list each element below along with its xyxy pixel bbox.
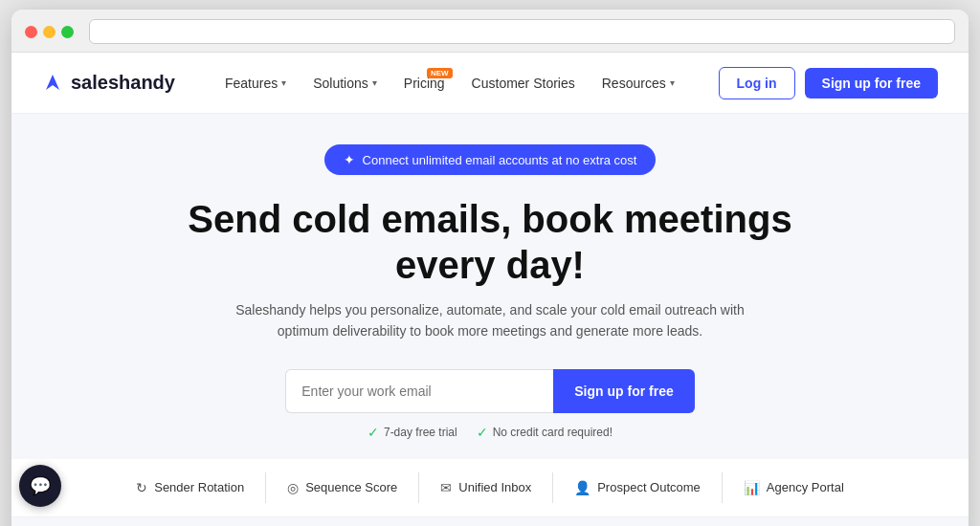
hero-subtitle: Saleshandy helps you personalize, automa… [222, 299, 758, 342]
page-content: saleshandy Features ▾ Solutions ▾ Pricin… [11, 53, 969, 526]
logo[interactable]: saleshandy [42, 72, 175, 94]
check-icon: ✓ [477, 425, 488, 440]
login-button[interactable]: Log in [719, 67, 795, 99]
chevron-icon: ▾ [281, 77, 286, 88]
email-input[interactable] [285, 369, 553, 413]
tab-prospect-outcome[interactable]: 👤 Prospect Outcome [553, 472, 723, 503]
maximize-button[interactable] [61, 26, 74, 38]
navbar: saleshandy Features ▾ Solutions ▾ Pricin… [11, 53, 969, 114]
signup-nav-button[interactable]: Sign up for free [805, 68, 938, 99]
svg-marker-0 [46, 75, 59, 90]
nav-actions: Log in Sign up for free [719, 67, 938, 99]
feature-tabs: ↻ Sender Rotation ◎ Sequence Score ✉ Uni… [11, 459, 969, 517]
logo-text: saleshandy [71, 72, 175, 94]
chevron-icon: ▾ [670, 77, 675, 88]
nav-item-resources[interactable]: Resources ▾ [590, 70, 686, 97]
spark-icon: ✦ [344, 152, 355, 167]
rotation-icon: ↻ [136, 480, 147, 495]
hero-section: ✦ Connect unlimited email accounts at no… [11, 114, 969, 459]
hero-title: Send cold emails, book meetings every da… [155, 196, 825, 288]
email-form: Sign up for free [31, 369, 949, 413]
no-card-badge: ✓ No credit card required! [477, 425, 612, 440]
close-button[interactable] [25, 26, 37, 38]
minimize-button[interactable] [43, 26, 56, 38]
prospect-icon: 👤 [574, 480, 590, 495]
check-icon: ✓ [368, 425, 379, 440]
browser-window: saleshandy Features ▾ Solutions ▾ Pricin… [11, 10, 969, 526]
nav-item-solutions[interactable]: Solutions ▾ [301, 70, 389, 97]
announcement-badge: ✦ Connect unlimited email accounts at no… [324, 144, 657, 175]
tab-sender-rotation[interactable]: ↻ Sender Rotation [115, 472, 266, 503]
preview-section: Sequence > New sequence Steps Prospects … [11, 517, 969, 526]
nav-item-customer-stories[interactable]: Customer Stories [460, 70, 587, 97]
inbox-icon: ✉ [440, 480, 452, 495]
url-bar[interactable] [89, 19, 955, 44]
chat-icon: 💬 [30, 475, 51, 496]
chevron-icon: ▾ [372, 77, 377, 88]
trial-badge: ✓ 7-day free trial [368, 425, 457, 440]
traffic-lights [25, 26, 74, 38]
tab-agency-portal[interactable]: 📊 Agency Portal [723, 472, 865, 503]
nav-links: Features ▾ Solutions ▾ Pricing NEW Custo… [213, 70, 719, 97]
browser-chrome [11, 10, 969, 53]
new-badge: NEW [427, 68, 453, 78]
tab-unified-inbox[interactable]: ✉ Unified Inbox [419, 472, 553, 503]
signup-hero-button[interactable]: Sign up for free [553, 369, 694, 413]
form-badges: ✓ 7-day free trial ✓ No credit card requ… [31, 425, 949, 440]
nav-item-pricing[interactable]: Pricing NEW [392, 70, 457, 97]
chat-bubble-button[interactable]: 💬 [19, 465, 61, 507]
agency-icon: 📊 [744, 480, 760, 495]
logo-icon [42, 73, 63, 94]
nav-item-features[interactable]: Features ▾ [213, 70, 298, 97]
score-icon: ◎ [287, 480, 299, 495]
tab-sequence-score[interactable]: ◎ Sequence Score [266, 472, 419, 503]
